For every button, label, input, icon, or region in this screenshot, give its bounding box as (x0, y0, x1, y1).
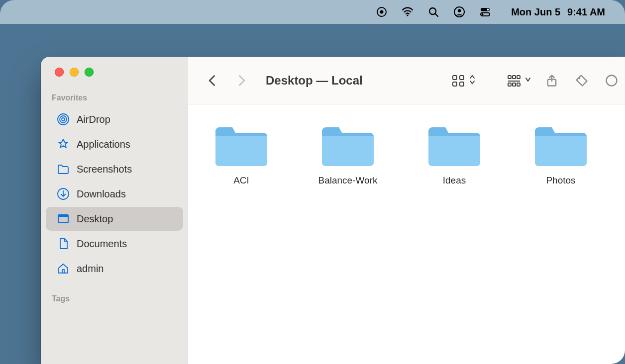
folder-icon (532, 122, 590, 167)
window-title: Desktop — Local (266, 74, 363, 88)
svg-point-12 (60, 116, 67, 123)
toolbar-right-group (451, 71, 615, 90)
finder-sidebar: Favorites AirDrop Applications Screensho… (41, 57, 188, 364)
sidebar-item-label: AirDrop (77, 114, 110, 125)
svg-point-11 (62, 118, 65, 121)
folder-icon (319, 122, 377, 167)
svg-point-2 (407, 14, 409, 16)
sidebar-item-label: Desktop (77, 213, 113, 225)
applications-icon (57, 138, 70, 151)
svg-rect-22 (453, 82, 457, 86)
sidebar-section-tags: Tags (41, 291, 188, 307)
airdrop-icon (57, 113, 70, 126)
file-grid[interactable]: ACI Balance-Work Ideas Photos (188, 104, 625, 364)
sidebar-item-home[interactable]: admin (46, 257, 183, 280)
svg-rect-25 (513, 76, 516, 79)
sidebar-item-desktop[interactable]: Desktop (46, 207, 183, 231)
sidebar-item-screenshots[interactable]: Screenshots (46, 157, 183, 181)
folder-icon (57, 163, 70, 176)
sidebar-item-label: Applications (77, 139, 130, 150)
folder-icon (425, 122, 483, 167)
folder-item[interactable]: Ideas (417, 122, 492, 186)
sidebar-section-favorites: Favorites (41, 91, 188, 106)
svg-rect-30 (517, 83, 520, 86)
more-actions-button[interactable] (602, 71, 621, 90)
sidebar-item-documents[interactable]: Documents (46, 232, 183, 256)
zoom-window-button[interactable] (85, 68, 94, 77)
share-button[interactable] (542, 71, 561, 90)
menu-bar-clock[interactable]: Mon Jun 5 9:41 AM (511, 6, 605, 18)
downloads-icon (57, 187, 70, 200)
sidebar-item-label: admin (77, 263, 104, 274)
folder-item[interactable]: Photos (523, 122, 598, 186)
svg-point-8 (487, 8, 489, 10)
svg-rect-29 (513, 83, 516, 86)
sidebar-item-label: Downloads (77, 188, 126, 200)
wifi-icon[interactable] (402, 6, 414, 18)
svg-rect-26 (517, 76, 520, 79)
folder-icon (212, 122, 270, 167)
desktop-icon (57, 212, 70, 225)
finder-toolbar: Desktop — Local (188, 57, 625, 104)
svg-rect-21 (460, 76, 464, 80)
svg-rect-23 (460, 82, 464, 86)
view-mode-button[interactable] (451, 73, 476, 88)
home-icon (57, 262, 70, 275)
folder-label: Ideas (443, 175, 466, 186)
folder-item[interactable]: ACI (204, 122, 279, 186)
svg-point-1 (380, 10, 384, 14)
back-button[interactable] (203, 71, 222, 90)
spotlight-search-icon[interactable] (427, 6, 439, 18)
svg-rect-19 (62, 270, 64, 273)
svg-rect-20 (453, 76, 457, 80)
folder-label: Balance-Work (318, 175, 378, 186)
documents-icon (57, 237, 70, 250)
record-icon[interactable] (376, 6, 388, 18)
sidebar-item-label: Screenshots (77, 164, 132, 175)
svg-point-6 (458, 9, 461, 12)
sidebar-item-label: Documents (77, 238, 127, 250)
finder-content: Desktop — Local (188, 57, 625, 364)
svg-rect-28 (508, 83, 511, 86)
svg-rect-24 (508, 76, 511, 79)
finder-window: Favorites AirDrop Applications Screensho… (41, 57, 625, 364)
minimize-window-button[interactable] (70, 68, 79, 77)
svg-point-33 (578, 77, 580, 79)
group-by-button[interactable] (507, 73, 531, 88)
svg-line-4 (435, 14, 438, 17)
svg-point-34 (607, 75, 617, 86)
menu-bar-date: Mon Jun 5 (511, 6, 560, 18)
user-account-icon[interactable] (453, 6, 465, 18)
forward-button[interactable] (232, 71, 251, 90)
sidebar-item-airdrop[interactable]: AirDrop (46, 107, 183, 131)
folder-label: ACI (233, 175, 249, 186)
window-controls (41, 68, 188, 77)
sidebar-item-downloads[interactable]: Downloads (46, 182, 183, 206)
folder-label: Photos (546, 175, 575, 186)
menu-bar-time: 9:41 AM (567, 6, 605, 18)
sidebar-item-applications[interactable]: Applications (46, 132, 183, 156)
close-window-button[interactable] (55, 68, 64, 77)
tags-button[interactable] (572, 71, 591, 90)
chevron-down-icon (524, 74, 531, 87)
svg-point-10 (482, 13, 484, 15)
chevron-up-down-icon (469, 74, 476, 87)
control-center-icon[interactable] (479, 6, 491, 18)
folder-item[interactable]: Balance-Work (311, 122, 385, 186)
menu-bar: Mon Jun 5 9:41 AM (0, 0, 625, 24)
